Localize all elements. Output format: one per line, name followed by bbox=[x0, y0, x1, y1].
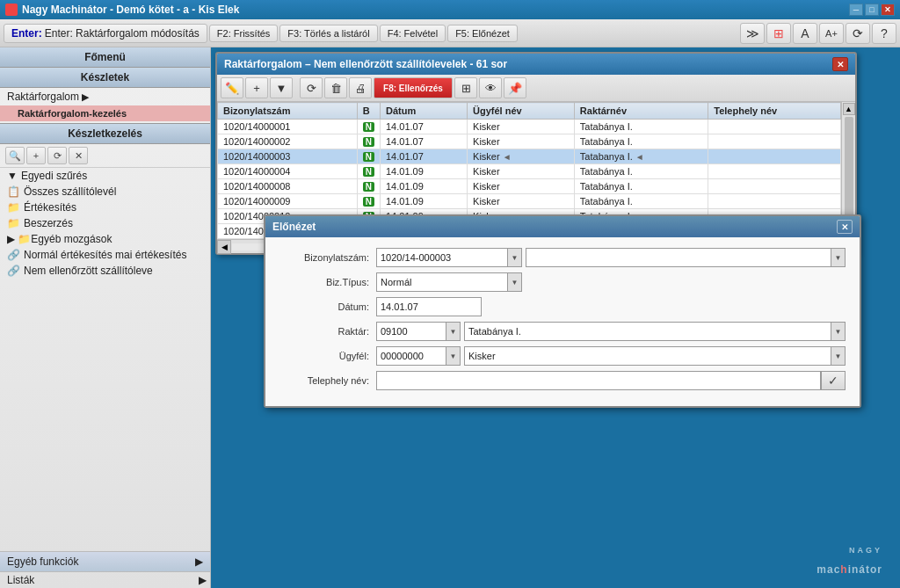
refresh-icon-btn[interactable]: ⟳ bbox=[300, 77, 323, 98]
table-row[interactable]: 1020/14000004 N 14.01.09 Kisker Tatabány… bbox=[218, 164, 841, 179]
cell-ugyfel: Kisker ◄ bbox=[468, 149, 575, 164]
col-ugyfel[interactable]: Ügyfél név bbox=[468, 103, 575, 120]
biz-tipus-row: Biz.Típus: Normál ▼ bbox=[279, 272, 846, 292]
enter-button[interactable]: Enter: Enter: Raktárforgalom módosítás bbox=[4, 24, 207, 43]
ugyfel-name-input[interactable]: Kisker bbox=[464, 346, 831, 366]
f5-button[interactable]: F5: Előnézet bbox=[447, 25, 518, 42]
f3-button[interactable]: F3: Törlés a listáról bbox=[279, 25, 377, 42]
font-a-icon[interactable]: A bbox=[793, 23, 817, 44]
sidebar-refresh-btn[interactable]: ⟳ bbox=[47, 147, 67, 164]
sidebar-item-beszarzes[interactable]: 📁 Beszerzés bbox=[0, 215, 210, 231]
main-layout: Főmenü Készletek Raktárforgalom ▶ Raktár… bbox=[0, 47, 900, 588]
cell-bizonylatszam: 1020/14000001 bbox=[218, 120, 358, 134]
table-row[interactable]: 1020/14000002 N 14.01.07 Kisker Tatabány… bbox=[218, 134, 841, 149]
col-raktar[interactable]: Raktárnév bbox=[574, 103, 708, 120]
bizonylatszam-field[interactable]: 1020/14-000003 ▼ bbox=[376, 248, 522, 267]
sidebar-item-normal-ertekesites[interactable]: 🔗 Normál értékesítés mai értékesítés bbox=[0, 247, 210, 263]
add-icon-btn[interactable]: + bbox=[245, 77, 268, 98]
scroll-thumb[interactable] bbox=[845, 117, 853, 224]
sidebar: Főmenü Készletek Raktárforgalom ▶ Raktár… bbox=[0, 47, 211, 588]
sidebar-item-listak[interactable]: Listák ▶ bbox=[0, 572, 210, 588]
scroll-left-btn[interactable]: ◀ bbox=[217, 240, 231, 254]
sidebar-item-ertekesites[interactable]: 📁 Értékesítés bbox=[0, 200, 210, 215]
bizonylatszam-extra-input[interactable] bbox=[526, 248, 831, 267]
telephely-input[interactable] bbox=[376, 371, 821, 390]
table-row[interactable]: 1020/14000003 N 14.01.07 Kisker ◄ Tataba… bbox=[218, 149, 841, 164]
cell-datum: 14.01.09 bbox=[380, 164, 467, 179]
biz-tipus-field[interactable]: Normál ▼ bbox=[376, 272, 522, 292]
sidebar-search-btn[interactable]: 🔍 bbox=[5, 147, 25, 164]
ellenorzes-btn[interactable]: F8: Ellenőrzés bbox=[374, 77, 453, 98]
col-b[interactable]: B bbox=[357, 103, 380, 120]
sidebar-add-btn[interactable]: + bbox=[26, 147, 46, 164]
sidebar-toolbar: 🔍 + ⟳ ✕ bbox=[0, 144, 210, 168]
raktar-name-input[interactable]: Tatabánya I. bbox=[464, 322, 831, 341]
table-window-close[interactable]: ✕ bbox=[832, 57, 848, 71]
grid-icon[interactable]: ⊞ bbox=[766, 23, 791, 44]
window-controls: ─ □ ✕ bbox=[849, 4, 895, 16]
print-icon-btn[interactable]: 🖨 bbox=[349, 77, 372, 98]
close-button[interactable]: ✕ bbox=[881, 4, 895, 16]
sidebar-item-egyedi-szures[interactable]: ▼ Egyedi szűrés bbox=[0, 168, 210, 184]
fomenu-title: Főmenü bbox=[0, 47, 210, 68]
app-icon bbox=[5, 4, 18, 16]
cell-b: N bbox=[357, 120, 380, 134]
cell-raktar: Tatabanya I. ◄ bbox=[574, 149, 708, 164]
bizonylatszam-row: Bizonylatszám: 1020/14-000003 ▼ ▼ bbox=[279, 248, 846, 267]
sidebar-settings-btn[interactable]: ✕ bbox=[69, 147, 88, 164]
eye-icon-btn[interactable]: 👁 bbox=[479, 77, 502, 98]
raktar-name-arrow[interactable]: ▼ bbox=[831, 322, 846, 341]
filter-icon-btn[interactable]: ▼ bbox=[270, 77, 293, 98]
sidebar-item-raktarforgalom[interactable]: Raktárforgalom ▶ bbox=[0, 88, 210, 105]
bizonylatszam-input[interactable]: 1020/14-000003 bbox=[376, 248, 508, 267]
content-area: Raktárforgalom – Nem ellenőrzött szállít… bbox=[211, 47, 900, 588]
pin-icon-btn[interactable]: 📌 bbox=[504, 77, 526, 98]
datum-row: Dátum: 14.01.07 bbox=[279, 297, 846, 316]
cell-b: N bbox=[357, 164, 380, 179]
edit-icon-btn[interactable]: ✏️ bbox=[221, 77, 243, 98]
preview-close-btn[interactable]: ✕ bbox=[837, 220, 853, 234]
grid2-icon-btn[interactable]: ⊞ bbox=[454, 77, 477, 98]
f4-button[interactable]: F4: Felvétel bbox=[380, 25, 446, 42]
raktar-code-input[interactable]: 09100 bbox=[376, 322, 446, 341]
col-bizonylatszam[interactable]: Bizonylatszám bbox=[218, 103, 358, 120]
cell-telephely bbox=[708, 194, 841, 209]
f2-button[interactable]: F2: Frissítés bbox=[209, 25, 279, 42]
toolbar-right-icons: ≫ ⊞ A A+ ⟳ ? bbox=[740, 23, 896, 44]
sidebar-item-egyeb-mozgasok[interactable]: ▶ 📁 Egyéb mozgások bbox=[0, 231, 210, 247]
help-icon[interactable]: ? bbox=[872, 23, 896, 44]
biz-tipus-input[interactable]: Normál bbox=[376, 272, 508, 292]
confirm-check-btn[interactable]: ✓ bbox=[821, 371, 846, 390]
col-datum[interactable]: Dátum bbox=[380, 103, 467, 120]
scroll-up-btn[interactable]: ▲ bbox=[843, 103, 855, 115]
ugyfel-name-arrow[interactable]: ▼ bbox=[831, 346, 846, 366]
cell-telephely bbox=[708, 134, 841, 149]
sidebar-item-nem-ellenorzott[interactable]: 🔗 Nem ellenőrzött szállítóleve bbox=[0, 263, 210, 279]
table-row[interactable]: 1020/14000001 N 14.01.07 Kisker Tatabány… bbox=[218, 120, 841, 134]
raktar-code-arrow[interactable]: ▼ bbox=[446, 322, 461, 341]
bizonylatszam-extra-arrow[interactable]: ▼ bbox=[831, 248, 846, 267]
bizonylatszam-arrow[interactable]: ▼ bbox=[508, 248, 522, 267]
biz-tipus-arrow[interactable]: ▼ bbox=[508, 272, 522, 292]
font-a-plus-icon[interactable]: A+ bbox=[819, 23, 844, 44]
double-arrow-icon[interactable]: ≫ bbox=[740, 23, 765, 44]
ugyfel-row: Ügyfél: 00000000 ▼ Kisker ▼ bbox=[279, 346, 846, 366]
minimize-button[interactable]: ─ bbox=[849, 4, 863, 16]
raktar-code-field[interactable]: 09100 ▼ bbox=[376, 322, 461, 341]
datum-input[interactable]: 14.01.07 bbox=[376, 297, 482, 316]
sidebar-item-osszes-szallitolevel[interactable]: 📋 Összes szállítólevél bbox=[0, 184, 210, 200]
egyeb-funkciok-btn[interactable]: Egyéb funkciók ▶ bbox=[0, 552, 210, 572]
ugyfel-code-input[interactable]: 00000000 bbox=[376, 346, 446, 366]
cell-raktar: Tatabánya I. bbox=[574, 179, 708, 194]
restore-button[interactable]: □ bbox=[865, 4, 879, 16]
sidebar-item-raktarforgalom-kezeles[interactable]: Raktárforgalom-kezelés bbox=[0, 105, 210, 121]
col-telephely[interactable]: Telephely név bbox=[708, 103, 841, 120]
ugyfel-code-arrow[interactable]: ▼ bbox=[446, 346, 461, 366]
delete-icon-btn[interactable]: 🗑 bbox=[324, 77, 347, 98]
refresh-icon[interactable]: ⟳ bbox=[846, 23, 870, 44]
table-row[interactable]: 1020/14000008 N 14.01.09 Kisker Tatabány… bbox=[218, 179, 841, 194]
cell-ugyfel: Kisker bbox=[468, 134, 575, 149]
ugyfel-code-field[interactable]: 00000000 ▼ bbox=[376, 346, 461, 366]
cell-bizonylatszam: 1020/14000004 bbox=[218, 164, 358, 179]
table-row[interactable]: 1020/14000009 N 14.01.09 Kisker Tatabány… bbox=[218, 194, 841, 209]
